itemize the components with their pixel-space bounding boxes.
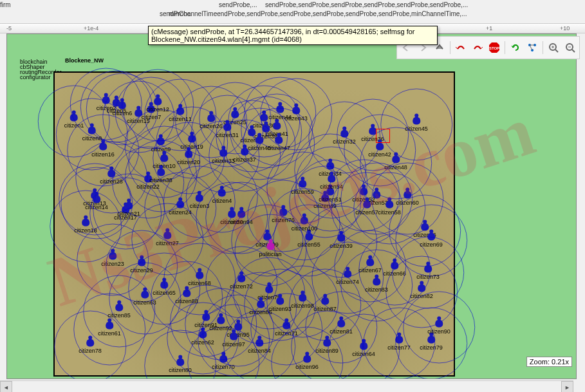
node-citizen54[interactable]: citizen54 — [320, 175, 343, 190]
node-citizen98[interactable]: citizen98 — [291, 294, 314, 309]
node-citizen85[interactable]: citizen85 — [107, 304, 131, 319]
node-citizen20[interactable]: citizen20 — [177, 151, 200, 165]
zoom-in-button[interactable] — [546, 40, 561, 55]
node-citizen78[interactable]: citizen78 — [79, 339, 102, 354]
node-citizen10[interactable]: citizen10 — [153, 154, 176, 169]
node-citizen21[interactable]: citizen21 — [117, 202, 140, 217]
node-citizen5[interactable]: citizen5 — [107, 99, 127, 114]
node-citizen9[interactable]: citizen9 — [151, 138, 171, 153]
node-citizen93[interactable]: citizen93 — [268, 297, 292, 312]
node-citizen99[interactable]: citizen99 — [255, 233, 279, 248]
node-citizen71[interactable]: citizen71 — [275, 322, 298, 337]
node-citizen86[interactable]: citizen86 — [249, 301, 272, 315]
node-citizen60[interactable]: citizen60 — [396, 191, 419, 206]
node-citizen15[interactable]: citizen15 — [127, 109, 150, 124]
node-citizen16[interactable]: citizen16 — [91, 143, 115, 158]
node-citizen41[interactable]: citizen41 — [265, 122, 288, 137]
node-citizen26[interactable]: citizen26 — [200, 115, 223, 129]
node-citizen96[interactable]: citizen96 — [295, 355, 319, 370]
node-citizen91[interactable]: citizen91 — [194, 313, 218, 328]
undo-button[interactable] — [453, 40, 469, 55]
node-citizen58[interactable]: citizen58 — [378, 201, 401, 216]
node-citizen59[interactable]: citizen59 — [291, 180, 314, 195]
stop-button[interactable]: STOP — [487, 40, 502, 55]
node-citizen39[interactable]: citizen39 — [330, 234, 353, 249]
node-citizen30[interactable]: citizen30 — [252, 114, 275, 129]
node-citizen44[interactable]: citizen44 — [268, 106, 292, 120]
node-citizen90[interactable]: citizen90 — [427, 320, 450, 335]
node-citizen22[interactable]: citizen22 — [136, 175, 160, 190]
node-citizen68[interactable]: citizen68 — [188, 272, 211, 286]
node-citizen48[interactable]: citizen48 — [384, 156, 407, 171]
scroll-track[interactable] — [12, 381, 561, 392]
node-citizen14[interactable]: citizen14 — [85, 196, 108, 210]
redo-button[interactable] — [470, 40, 485, 55]
node-citizen12[interactable]: citizen12 — [146, 98, 169, 113]
node-citizen40[interactable]: citizen40 — [240, 129, 263, 144]
node-citizen37[interactable]: citizen37 — [233, 148, 256, 163]
node-citizen29[interactable]: citizen29 — [130, 259, 153, 274]
node-citizen3[interactable]: citizen3 — [190, 194, 210, 209]
node-citizen47[interactable]: citizen47 — [267, 136, 290, 151]
node-citizen55[interactable]: citizen55 — [297, 233, 320, 248]
node-citizen13[interactable]: citizen13 — [83, 192, 106, 207]
scroll-left-arrow[interactable]: ◄ — [0, 381, 12, 392]
zoom-out-button[interactable] — [562, 40, 578, 55]
node-citizen35[interactable]: citizen35 — [254, 125, 277, 140]
node-citizen65[interactable]: citizen65 — [153, 281, 176, 296]
node-citizen23[interactable]: citizen23 — [101, 252, 124, 267]
node-citizen31[interactable]: citizen31 — [216, 124, 239, 138]
node-citizen88[interactable]: citizen88 — [175, 290, 198, 304]
node-citizen87[interactable]: citizen87 — [313, 297, 337, 312]
node-citizen49[interactable]: citizen49 — [313, 194, 337, 209]
node-citizen63[interactable]: citizen63 — [133, 291, 156, 306]
node-citizen92[interactable]: citizen92 — [209, 317, 232, 331]
scroll-right-arrow[interactable]: ► — [561, 381, 573, 392]
node-citizen19[interactable]: citizen19 — [180, 135, 203, 150]
node-citizen66[interactable]: citizen66 — [383, 262, 406, 277]
node-citizen67[interactable]: citizen67 — [358, 259, 382, 274]
node-politician[interactable]: politician — [259, 243, 281, 257]
node-citizen73[interactable]: citizen73 — [416, 265, 440, 280]
node-citizen83[interactable]: citizen83 — [365, 278, 388, 293]
node-citizen2[interactable]: citizen2 — [97, 97, 116, 111]
node-citizen33[interactable]: citizen33 — [212, 149, 235, 164]
node-citizen70[interactable]: citizen70 — [212, 355, 235, 370]
node-citizen45[interactable]: citizen45 — [405, 117, 428, 132]
node-citizen82[interactable]: citizen82 — [410, 285, 433, 299]
node-citizen34[interactable]: citizen34 — [319, 162, 342, 177]
node-citizen84[interactable]: citizen84 — [248, 339, 271, 354]
node-citizen76[interactable]: citizen76 — [272, 209, 295, 223]
node-citizen74[interactable]: citizen74 — [336, 270, 359, 285]
node-citizen72[interactable]: citizen72 — [230, 275, 253, 290]
node-citizen6[interactable]: citizen6 — [113, 102, 133, 117]
refresh-button[interactable] — [508, 40, 523, 55]
node-citizen32[interactable]: citizen32 — [333, 130, 356, 145]
relayout-button[interactable] — [525, 40, 540, 55]
node-citizen64[interactable]: citizen64 — [352, 342, 375, 357]
node-citizen46[interactable]: citizen46 — [248, 136, 271, 151]
node-citizen79[interactable]: citizen79 — [420, 336, 443, 351]
node-citizen17[interactable]: citizen17 — [114, 206, 137, 221]
node-citizen95[interactable]: citizen95 — [227, 323, 250, 338]
simulation-canvas[interactable]: Ns3Projects.com blockchain cbShaper rout… — [6, 33, 577, 379]
node-citizen1[interactable]: citizen1 — [64, 114, 84, 129]
node-citizen24[interactable]: citizen24 — [169, 201, 192, 216]
node-citizen61[interactable]: citizen61 — [98, 322, 121, 337]
node-citizen50[interactable]: citizen50 — [220, 210, 243, 225]
node-citizen4[interactable]: citizen4 — [212, 189, 232, 204]
node-citizen94[interactable]: citizen94 — [230, 210, 253, 225]
node-citizen89[interactable]: citizen89 — [315, 339, 339, 354]
node-citizen56[interactable]: citizen56 — [413, 223, 436, 238]
horizontal-scrollbar[interactable]: ◄ ► — [0, 380, 573, 392]
node-citizen52[interactable]: citizen52 — [352, 188, 375, 203]
node-citizen51[interactable]: citizen51 — [319, 188, 342, 203]
node-citizen25[interactable]: citizen25 — [223, 111, 246, 126]
node-citizen53[interactable]: citizen53 — [365, 191, 388, 206]
node-citizen7[interactable]: citizen7 — [142, 106, 162, 120]
node-citizen42[interactable]: citizen42 — [368, 143, 391, 158]
node-citizen80[interactable]: citizen80 — [169, 359, 192, 373]
node-citizen62[interactable]: citizen62 — [191, 331, 214, 346]
node-citizen69[interactable]: citizen69 — [420, 233, 443, 248]
node-citizen27[interactable]: citizen27 — [156, 232, 179, 247]
